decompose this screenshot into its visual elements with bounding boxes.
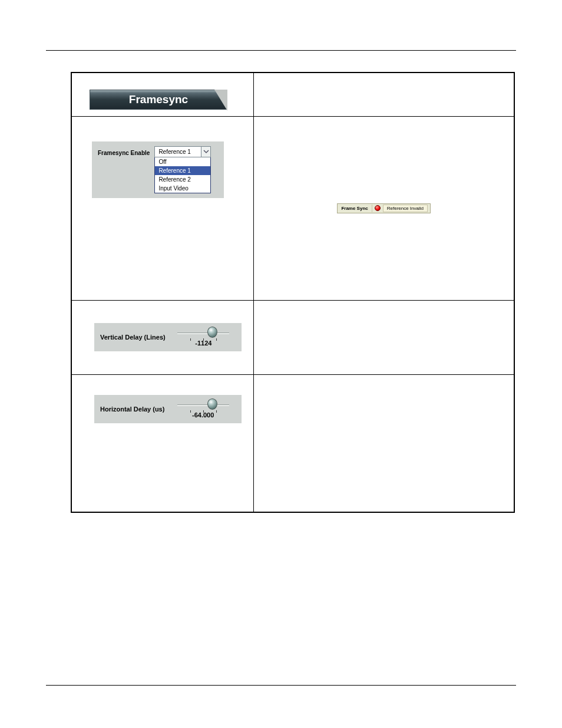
select-options-list[interactable]: Off Reference 1 Reference 2 Input Video xyxy=(154,157,211,193)
framesync-enable-select[interactable]: Reference 1 Off Reference 1 Reference 2 … xyxy=(154,146,211,193)
frame-sync-status-text: Reference Invalid xyxy=(383,205,428,212)
slider-knob-icon[interactable] xyxy=(207,398,217,410)
chevron-down-icon[interactable] xyxy=(201,147,210,157)
frame-sync-status: Frame Sync Reference Invalid xyxy=(337,203,431,213)
select-value: Reference 1 xyxy=(155,147,201,157)
horizontal-delay-block: Horizontal Delay (us) -64.000 xyxy=(94,395,242,423)
framesync-tab: Framesync xyxy=(90,90,227,110)
vertical-delay-block: Vertical Delay (Lines) -1124 xyxy=(94,323,242,351)
framesync-enable-block: Framesync Enable Reference 1 Off Referen… xyxy=(92,141,224,198)
option-reference-1[interactable]: Reference 1 xyxy=(155,166,210,175)
vertical-delay-slider[interactable] xyxy=(177,328,229,338)
framesync-enable-label: Framesync Enable xyxy=(98,146,150,156)
bottom-rule xyxy=(46,685,516,686)
option-reference-2[interactable]: Reference 2 xyxy=(155,175,210,184)
top-rule xyxy=(46,50,516,51)
option-off[interactable]: Off xyxy=(155,157,210,166)
slider-knob-icon[interactable] xyxy=(207,327,217,338)
option-input-video[interactable]: Input Video xyxy=(155,184,210,193)
status-led-icon xyxy=(375,205,381,211)
row1-right xyxy=(254,73,514,116)
horizontal-delay-slider[interactable] xyxy=(177,400,229,410)
row3-right xyxy=(254,300,514,374)
frame-sync-label: Frame Sync xyxy=(338,205,372,212)
row4-right xyxy=(254,374,514,512)
horizontal-delay-label: Horizontal Delay (us) xyxy=(100,400,164,413)
content-table: Framesync Framesync Enable Reference 1 xyxy=(71,72,515,513)
framesync-tab-label: Framesync xyxy=(129,93,188,106)
vertical-delay-label: Vertical Delay (Lines) xyxy=(100,328,166,341)
